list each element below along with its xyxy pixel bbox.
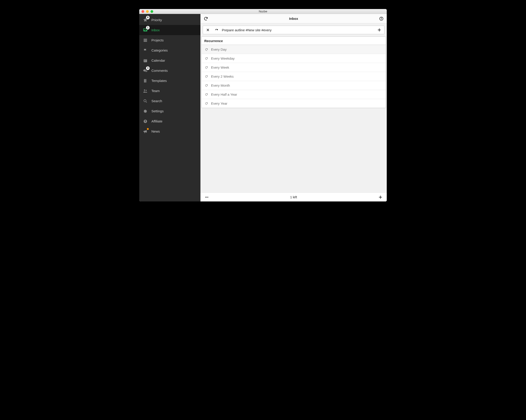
gear-icon — [142, 108, 148, 114]
suggestion-label: Every Day — [211, 48, 227, 51]
sidebar-item-label: Categories — [152, 48, 197, 52]
sidebar-item-label: Templates — [152, 79, 197, 82]
close-icon[interactable] — [205, 27, 211, 33]
sidebar-item-label: Priority — [152, 18, 197, 22]
suggestion-label: Every Year — [211, 102, 227, 105]
svg-point-18 — [206, 197, 207, 197]
header-title: Inbox — [289, 17, 298, 20]
svg-text:$: $ — [145, 120, 146, 123]
window-title: Nozbe — [139, 10, 387, 13]
suggestion-dropdown: Recurrence Every Day Every Weekday — [201, 36, 386, 108]
svg-point-10 — [144, 89, 145, 91]
suggestion-label: Every Half a Year — [211, 92, 237, 96]
sidebar-item-categories[interactable]: Categories — [139, 45, 201, 55]
main-header: Inbox — [201, 14, 387, 23]
svg-rect-5 — [145, 61, 145, 61]
flag-icon — [142, 48, 148, 53]
sidebar-item-projects[interactable]: Projects — [139, 35, 201, 45]
suggestion-label: Every 2 Weeks — [211, 74, 234, 78]
recurrence-icon — [205, 84, 208, 87]
svg-point-19 — [207, 197, 208, 197]
svg-point-16 — [381, 18, 382, 18]
sidebar-item-label: Calendar — [152, 59, 197, 62]
sidebar-item-priority[interactable]: 8 Priority — [139, 15, 201, 25]
recurrence-icon — [205, 93, 208, 96]
team-icon — [142, 88, 148, 94]
svg-rect-4 — [144, 59, 147, 60]
new-task-entry — [203, 26, 384, 34]
info-button[interactable] — [378, 16, 384, 22]
sidebar-item-settings[interactable]: Settings — [139, 106, 201, 116]
sidebar-item-search[interactable]: Search — [139, 96, 201, 106]
suggestion-item[interactable]: Every Half a Year — [202, 90, 386, 99]
sidebar-item-affiliate[interactable]: $ Affiliate — [139, 116, 201, 126]
sidebar-item-templates[interactable]: Templates — [139, 76, 201, 86]
more-button[interactable] — [204, 194, 210, 200]
suggestion-header: Recurrence — [202, 37, 386, 45]
suggestion-item[interactable]: Every Day — [202, 45, 386, 54]
templates-icon — [142, 78, 148, 84]
calendar-icon — [142, 58, 148, 63]
sidebar-item-label: Comments — [152, 69, 197, 72]
svg-rect-9 — [145, 79, 146, 82]
svg-rect-2 — [144, 41, 147, 42]
sidebar-item-label: Search — [152, 99, 197, 103]
suggestion-label: Every Week — [211, 65, 229, 69]
sidebar-item-label: Affiliate — [152, 119, 197, 123]
sidebar-item-comments[interactable]: 3 Comments — [139, 65, 201, 76]
add-task-button[interactable] — [376, 27, 383, 33]
footer-add-button[interactable] — [377, 194, 384, 200]
recurrence-icon — [205, 75, 208, 78]
suggestion-label: Every Weekday — [211, 56, 235, 60]
suggestion-item[interactable]: Every 2 Weeks — [202, 72, 386, 81]
task-input[interactable] — [222, 28, 374, 32]
sidebar: 8 Priority 1 Inbox Projects — [139, 14, 201, 201]
comments-icon: 3 — [142, 68, 148, 74]
comments-badge: 3 — [146, 66, 150, 70]
star-icon: 8 — [142, 17, 148, 23]
projects-icon — [142, 37, 148, 43]
svg-point-17 — [205, 197, 206, 197]
priority-badge: 8 — [146, 16, 150, 19]
svg-point-7 — [145, 70, 147, 72]
main-panel: Inbox — [201, 14, 387, 201]
sync-button[interactable] — [203, 16, 209, 22]
svg-rect-0 — [144, 39, 147, 39]
svg-rect-8 — [144, 79, 145, 82]
suggestion-item[interactable]: Every Week — [202, 63, 386, 72]
redo-icon[interactable] — [213, 27, 220, 33]
sidebar-item-label: News — [152, 129, 197, 133]
svg-point-12 — [144, 100, 146, 102]
titlebar: Nozbe — [139, 9, 387, 14]
svg-point-11 — [146, 90, 147, 91]
recurrence-icon — [205, 57, 208, 60]
sidebar-item-label: Projects — [152, 38, 197, 42]
sidebar-item-label: Team — [152, 89, 197, 93]
news-dot — [147, 128, 149, 130]
sidebar-item-inbox[interactable]: 1 Inbox — [139, 25, 201, 35]
recurrence-icon — [205, 102, 208, 105]
entry-area — [201, 23, 387, 36]
suggestion-item[interactable]: Every Weekday — [202, 54, 386, 63]
recurrence-icon — [205, 66, 208, 69]
sidebar-item-team[interactable]: Team — [139, 86, 201, 96]
svg-rect-1 — [144, 40, 147, 41]
megaphone-icon — [142, 129, 148, 134]
sidebar-item-label: Inbox — [152, 28, 197, 32]
inbox-badge: 1 — [146, 26, 150, 30]
content-spacer — [201, 108, 387, 193]
sidebar-item-news[interactable]: News — [139, 126, 201, 136]
suggestion-label: Every Month — [211, 83, 230, 87]
suggestion-item[interactable]: Every Month — [202, 81, 386, 90]
sidebar-item-calendar[interactable]: Calendar — [139, 55, 201, 65]
footer-status: 1 left — [201, 195, 387, 199]
search-icon — [142, 98, 148, 104]
inbox-icon: 1 — [142, 27, 148, 33]
app-window: Nozbe 8 Priority 1 Inbox — [139, 9, 387, 201]
suggestion-item[interactable]: Every Year — [202, 99, 386, 108]
sidebar-item-label: Settings — [152, 109, 197, 113]
dollar-icon: $ — [142, 118, 148, 124]
footer: 1 left — [201, 193, 387, 201]
recurrence-icon — [205, 48, 208, 51]
